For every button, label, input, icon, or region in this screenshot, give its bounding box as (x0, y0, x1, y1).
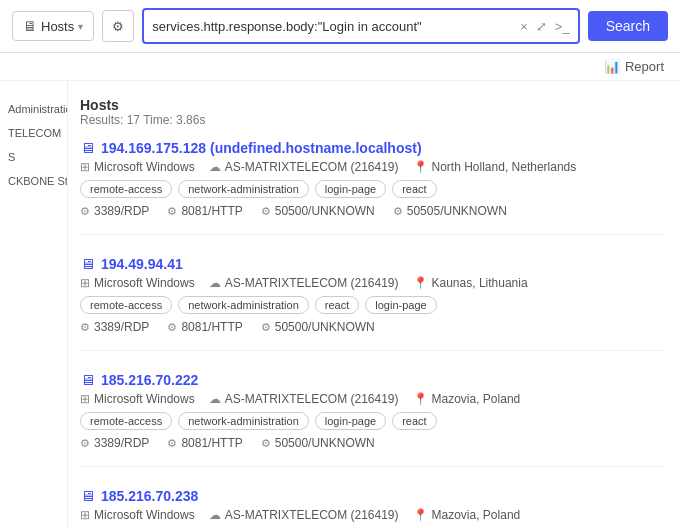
host-card: 🖥194.49.94.41⊞ Microsoft Windows☁ AS-MAT… (80, 255, 664, 351)
report-label: Report (625, 59, 664, 74)
port-icon: ⚙ (261, 205, 271, 218)
asn-icon: ☁ (209, 508, 221, 522)
host-card: 🖥185.216.70.222⊞ Microsoft Windows☁ AS-M… (80, 371, 664, 467)
asn-icon: ☁ (209, 392, 221, 406)
os-icon: ⊞ (80, 160, 90, 174)
host-port[interactable]: ⚙ 3389/RDP (80, 204, 149, 218)
host-meta-row: ⊞ Microsoft Windows☁ AS-MATRIXTELECOM (2… (80, 508, 664, 522)
port-icon: ⚙ (80, 437, 90, 450)
host-tag[interactable]: network-administration (178, 412, 309, 430)
location-pin-icon: 📍 (413, 160, 428, 174)
host-port-row: ⚙ 3389/RDP⚙ 8081/HTTP⚙ 50500/UNKNOWN (80, 436, 664, 450)
content: Hosts Results: 17 Time: 3.86s 🖥194.169.1… (68, 81, 680, 528)
host-ip-row: 🖥185.216.70.222 (80, 371, 664, 388)
monitor-icon: 🖥 (80, 139, 95, 156)
host-port[interactable]: ⚙ 3389/RDP (80, 320, 149, 334)
sidebar-item-telecom[interactable]: TELECOM (0, 121, 67, 145)
host-tag[interactable]: login-page (365, 296, 436, 314)
asn-icon: ☁ (209, 276, 221, 290)
host-ip-link[interactable]: 185.216.70.222 (101, 372, 198, 388)
port-icon: ⚙ (261, 321, 271, 334)
host-os: ⊞ Microsoft Windows (80, 276, 195, 290)
host-port-row: ⚙ 3389/RDP⚙ 8081/HTTP⚙ 50500/UNKNOWN⚙ 50… (80, 204, 664, 218)
os-icon: ⊞ (80, 276, 90, 290)
asn-icon: ☁ (209, 160, 221, 174)
port-icon: ⚙ (393, 205, 403, 218)
host-port[interactable]: ⚙ 8081/HTTP (167, 320, 242, 334)
host-ip-link[interactable]: 185.216.70.238 (101, 488, 198, 504)
host-tag-row: remote-accessnetwork-administrationreact… (80, 296, 664, 314)
host-meta-row: ⊞ Microsoft Windows☁ AS-MATRIXTELECOM (2… (80, 160, 664, 174)
bar-chart-icon: 📊 (604, 59, 620, 74)
host-port[interactable]: ⚙ 3389/RDP (80, 436, 149, 450)
hosts-list: 🖥194.169.175.128 (undefined.hostname.loc… (80, 139, 664, 528)
host-asn: ☁ AS-MATRIXTELECOM (216419) (209, 160, 399, 174)
search-input-icons: × ⤢ >_ (520, 19, 569, 34)
host-port[interactable]: ⚙ 50500/UNKNOWN (261, 204, 375, 218)
monitor-icon: 🖥 (80, 487, 95, 504)
host-ip-row: 🖥185.216.70.238 (80, 487, 664, 504)
host-location: 📍 Mazovia, Poland (413, 508, 521, 522)
port-icon: ⚙ (80, 321, 90, 334)
monitor-icon: 🖥 (23, 18, 37, 34)
host-location: 📍 Kaunas, Lithuania (413, 276, 528, 290)
host-tag-row: remote-accessnetwork-administrationlogin… (80, 412, 664, 430)
sidebar-item-ckbone[interactable]: CKBONE Street (0, 169, 67, 193)
search-input-wrap: × ⤢ >_ (142, 8, 579, 44)
host-location: 📍 North Holland, Netherlands (413, 160, 577, 174)
port-icon: ⚙ (167, 321, 177, 334)
host-port[interactable]: ⚙ 8081/HTTP (167, 204, 242, 218)
settings-button[interactable]: ⚙ (102, 10, 134, 42)
gear-icon: ⚙ (112, 19, 124, 34)
report-bar: 📊 Report (0, 53, 680, 81)
search-button[interactable]: Search (588, 11, 668, 41)
host-asn: ☁ AS-MATRIXTELECOM (216419) (209, 508, 399, 522)
host-tag[interactable]: remote-access (80, 180, 172, 198)
host-ip-link[interactable]: 194.169.175.128 (undefined.hostname.loca… (101, 140, 422, 156)
host-tag-row: remote-accessnetwork-administrationlogin… (80, 180, 664, 198)
terminal-icon[interactable]: >_ (555, 19, 570, 34)
host-tag[interactable]: react (315, 296, 359, 314)
host-card: 🖥185.216.70.238⊞ Microsoft Windows☁ AS-M… (80, 487, 664, 528)
main-layout: Administration TELECOM S CKBONE Street H… (0, 81, 680, 528)
location-pin-icon: 📍 (413, 508, 428, 522)
host-port[interactable]: ⚙ 8081/HTTP (167, 436, 242, 450)
host-port[interactable]: ⚙ 50505/UNKNOWN (393, 204, 507, 218)
host-meta-row: ⊞ Microsoft Windows☁ AS-MATRIXTELECOM (2… (80, 392, 664, 406)
report-link[interactable]: 📊 Report (604, 59, 664, 74)
os-icon: ⊞ (80, 392, 90, 406)
sidebar: Administration TELECOM S CKBONE Street (0, 81, 68, 528)
clear-icon[interactable]: × (520, 19, 528, 34)
results-meta: Results: 17 Time: 3.86s (80, 113, 664, 127)
monitor-icon: 🖥 (80, 255, 95, 272)
host-os: ⊞ Microsoft Windows (80, 160, 195, 174)
host-ip-row: 🖥194.49.94.41 (80, 255, 664, 272)
host-tag[interactable]: remote-access (80, 296, 172, 314)
host-tag[interactable]: login-page (315, 412, 386, 430)
host-tag[interactable]: network-administration (178, 296, 309, 314)
host-tag[interactable]: network-administration (178, 180, 309, 198)
chevron-down-icon: ▾ (78, 21, 83, 32)
sidebar-item-s[interactable]: S (0, 145, 67, 169)
search-input[interactable] (152, 19, 520, 34)
expand-icon[interactable]: ⤢ (536, 19, 547, 34)
host-tag[interactable]: react (392, 412, 436, 430)
host-card: 🖥194.169.175.128 (undefined.hostname.loc… (80, 139, 664, 235)
results-header: Hosts Results: 17 Time: 3.86s (80, 97, 664, 127)
host-asn: ☁ AS-MATRIXTELECOM (216419) (209, 276, 399, 290)
sidebar-item-administration[interactable]: Administration (0, 97, 67, 121)
results-title: Hosts (80, 97, 664, 113)
host-meta-row: ⊞ Microsoft Windows☁ AS-MATRIXTELECOM (2… (80, 276, 664, 290)
host-os: ⊞ Microsoft Windows (80, 392, 195, 406)
host-tag[interactable]: react (392, 180, 436, 198)
hosts-dropdown[interactable]: 🖥 Hosts ▾ (12, 11, 94, 41)
host-tag[interactable]: remote-access (80, 412, 172, 430)
port-icon: ⚙ (167, 205, 177, 218)
host-ip-link[interactable]: 194.49.94.41 (101, 256, 183, 272)
host-port[interactable]: ⚙ 50500/UNKNOWN (261, 436, 375, 450)
hosts-dropdown-label: Hosts (41, 19, 74, 34)
host-port-row: ⚙ 3389/RDP⚙ 8081/HTTP⚙ 50500/UNKNOWN (80, 320, 664, 334)
host-os: ⊞ Microsoft Windows (80, 508, 195, 522)
host-tag[interactable]: login-page (315, 180, 386, 198)
host-port[interactable]: ⚙ 50500/UNKNOWN (261, 320, 375, 334)
